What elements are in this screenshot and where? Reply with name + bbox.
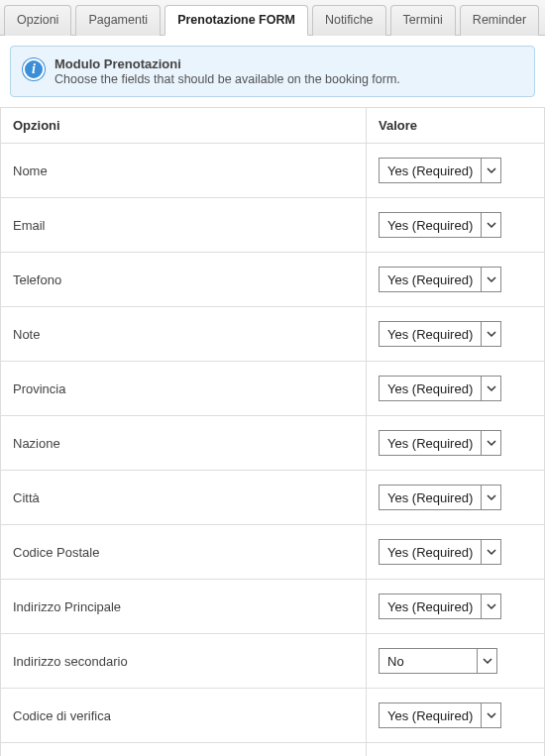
info-icon: i: [23, 58, 45, 80]
table-row: Email Yes (Required): [1, 198, 545, 253]
chevron-down-icon: [481, 540, 500, 564]
table-row: Telefono Yes (Required): [1, 253, 545, 307]
tab-label: Termini: [403, 13, 443, 27]
field-value-select[interactable]: Yes (Required): [379, 376, 501, 401]
tab-pagamenti[interactable]: Pagamenti: [75, 5, 161, 36]
field-value-select[interactable]: Yes (Required): [379, 321, 501, 347]
table-row: Indirizzo secondario No: [1, 634, 545, 689]
table-row: Note Yes (Required): [1, 307, 545, 362]
field-value-select[interactable]: No: [379, 648, 497, 674]
table-row: Nome Yes (Required): [1, 144, 545, 198]
header-value: Valore: [367, 108, 545, 144]
select-label: Yes (Required): [380, 163, 481, 178]
table-row: Provincia Yes (Required): [1, 362, 545, 416]
select-label: Yes (Required): [380, 327, 481, 342]
chevron-down-icon: [481, 213, 500, 237]
select-label: Yes (Required): [380, 708, 481, 723]
chevron-down-icon: [481, 431, 500, 455]
select-label: Yes (Required): [380, 381, 481, 396]
field-value-select[interactable]: Yes (Required): [379, 267, 501, 292]
field-label: Nazione: [1, 416, 367, 471]
tab-label: Notifiche: [325, 13, 374, 27]
table-row: Codice di verifica Yes (Required): [1, 689, 545, 743]
field-value-select[interactable]: Yes (Required): [379, 430, 501, 456]
info-box: i Modulo Prenotazioni Choose the fields …: [10, 46, 535, 97]
booking-form-settings-panel: Opzioni Pagamenti Prenotazione FORM Noti…: [0, 0, 545, 756]
chevron-down-icon: [481, 594, 500, 618]
tab-prenotazione-form[interactable]: Prenotazione FORM: [164, 5, 308, 36]
fields-table: Opzioni Valore Nome Yes (Required) Email: [0, 107, 545, 756]
chevron-down-icon: [481, 159, 500, 182]
tab-reminder[interactable]: Reminder: [460, 5, 539, 36]
chevron-down-icon: [481, 703, 500, 727]
table-header-row: Opzioni Valore: [1, 108, 545, 144]
field-label: Provincia: [1, 362, 367, 416]
field-label: Codice di verifica: [1, 689, 367, 743]
field-label: Codice Postale: [1, 525, 367, 580]
field-label: Nome: [1, 144, 367, 198]
select-label: Yes (Required): [380, 490, 481, 505]
tab-label: Reminder: [473, 13, 526, 27]
field-label: Termini e Privacy: [1, 743, 367, 757]
field-label: Email: [1, 198, 367, 253]
field-value-select[interactable]: Yes (Required): [379, 702, 501, 728]
chevron-down-icon: [481, 322, 500, 346]
tab-termini[interactable]: Termini: [390, 5, 456, 36]
field-label: Città: [1, 471, 367, 525]
select-label: Yes (Required): [380, 218, 481, 233]
tab-label: Pagamenti: [88, 13, 148, 27]
chevron-down-icon: [481, 486, 500, 509]
table-row: Termini e Privacy Yes (Required): [1, 743, 545, 757]
tab-opzioni[interactable]: Opzioni: [4, 5, 71, 36]
field-value-select[interactable]: Yes (Required): [379, 539, 501, 565]
table-row: Città Yes (Required): [1, 471, 545, 525]
field-label: Telefono: [1, 253, 367, 307]
chevron-down-icon: [481, 377, 500, 400]
select-label: Yes (Required): [380, 272, 481, 287]
tab-notifiche[interactable]: Notifiche: [312, 5, 386, 36]
header-option: Opzioni: [1, 108, 367, 144]
table-row: Indirizzo Principale Yes (Required): [1, 580, 545, 634]
select-label: Yes (Required): [380, 436, 481, 451]
chevron-down-icon: [477, 649, 496, 673]
info-title: Modulo Prenotazioni: [54, 56, 400, 71]
info-text: Modulo Prenotazioni Choose the fields th…: [54, 56, 400, 86]
tab-label: Prenotazione FORM: [177, 13, 295, 27]
chevron-down-icon: [481, 268, 500, 291]
select-label: Yes (Required): [380, 599, 481, 614]
field-value-select[interactable]: Yes (Required): [379, 212, 501, 238]
field-label: Indirizzo Principale: [1, 580, 367, 634]
tab-bar: Opzioni Pagamenti Prenotazione FORM Noti…: [0, 0, 545, 36]
field-value-select[interactable]: Yes (Required): [379, 485, 501, 510]
field-value-select[interactable]: Yes (Required): [379, 158, 501, 183]
field-value-select[interactable]: Yes (Required): [379, 594, 501, 619]
table-row: Nazione Yes (Required): [1, 416, 545, 471]
info-desc: Choose the fields that should be availab…: [54, 72, 400, 86]
table-row: Codice Postale Yes (Required): [1, 525, 545, 580]
tab-label: Opzioni: [17, 13, 58, 27]
select-label: No: [380, 654, 477, 669]
field-label: Indirizzo secondario: [1, 634, 367, 689]
field-label: Note: [1, 307, 367, 362]
select-label: Yes (Required): [380, 545, 481, 560]
